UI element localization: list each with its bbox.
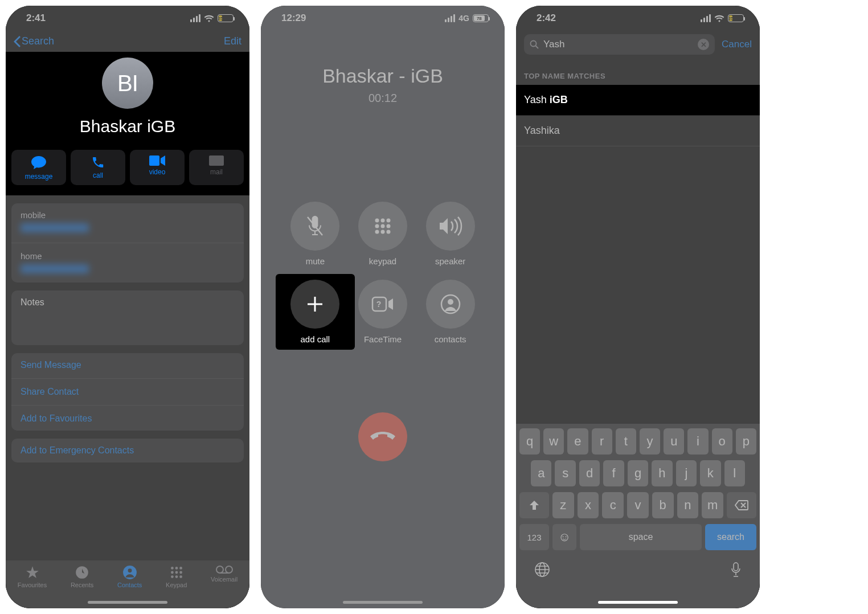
key-q[interactable]: q bbox=[519, 428, 540, 455]
search-icon bbox=[530, 40, 539, 49]
add-favourites-link[interactable]: Add to Favourites bbox=[21, 414, 235, 424]
add-call-button[interactable]: add call bbox=[288, 280, 342, 344]
message-button[interactable]: message bbox=[11, 150, 66, 185]
phone-icon bbox=[91, 155, 105, 169]
tab-voicemail[interactable]: Voicemail bbox=[211, 565, 238, 583]
key-o[interactable]: o bbox=[712, 428, 732, 455]
home-label: home bbox=[21, 251, 235, 261]
key-s[interactable]: s bbox=[555, 460, 575, 486]
key-n[interactable]: n bbox=[677, 492, 699, 518]
end-call-button[interactable] bbox=[358, 412, 407, 461]
home-indicator[interactable] bbox=[598, 601, 678, 604]
add-emergency-link[interactable]: Add to Emergency Contacts bbox=[21, 445, 235, 456]
tab-keypad[interactable]: Keypad bbox=[166, 565, 187, 588]
facetime-icon: ? bbox=[371, 296, 394, 312]
svg-point-2 bbox=[128, 568, 132, 572]
search-key[interactable]: search bbox=[705, 524, 756, 550]
key-b[interactable]: b bbox=[652, 492, 674, 518]
search-result[interactable]: Yashika bbox=[516, 116, 760, 146]
key-x[interactable]: x bbox=[578, 492, 599, 518]
svg-point-24 bbox=[386, 230, 390, 234]
emoji-key[interactable]: ☺ bbox=[552, 524, 576, 550]
call-contact-name: Bhaskar - iGB bbox=[261, 65, 505, 87]
contacts-icon bbox=[440, 294, 461, 314]
cancel-button[interactable]: Cancel bbox=[722, 39, 752, 50]
facetime-label: FaceTime bbox=[364, 334, 402, 344]
phone-numbers-section[interactable]: mobile home bbox=[11, 203, 244, 283]
key-i[interactable]: i bbox=[687, 428, 708, 455]
key-f[interactable]: f bbox=[603, 460, 624, 486]
clear-search-button[interactable]: ✕ bbox=[698, 39, 709, 50]
status-bar: 12:29 4G 78 bbox=[261, 6, 505, 31]
space-key[interactable]: space bbox=[580, 524, 702, 550]
key-a[interactable]: a bbox=[531, 460, 551, 486]
backspace-key[interactable] bbox=[727, 492, 756, 518]
svg-point-6 bbox=[171, 571, 174, 574]
add-call-highlight: add call bbox=[276, 274, 355, 350]
facetime-button[interactable]: ? FaceTime bbox=[356, 280, 410, 344]
edit-button[interactable]: Edit bbox=[224, 35, 241, 47]
mobile-value-redacted bbox=[21, 223, 89, 232]
search-input[interactable] bbox=[543, 39, 693, 50]
key-z[interactable]: z bbox=[552, 492, 574, 518]
key-r[interactable]: r bbox=[592, 428, 612, 455]
speaker-button[interactable]: speaker bbox=[423, 202, 477, 266]
search-field[interactable]: ✕ bbox=[524, 34, 715, 55]
key-u[interactable]: u bbox=[664, 428, 684, 455]
shift-key[interactable] bbox=[519, 492, 549, 518]
key-y[interactable]: y bbox=[640, 428, 660, 455]
battery-icon: 25 bbox=[728, 14, 744, 22]
key-h[interactable]: h bbox=[652, 460, 672, 486]
share-contact-link[interactable]: Share Contact bbox=[21, 387, 235, 397]
key-g[interactable]: g bbox=[628, 460, 648, 486]
key-l[interactable]: l bbox=[724, 460, 745, 486]
mail-icon bbox=[209, 155, 224, 166]
contacts-button[interactable]: contacts bbox=[423, 280, 477, 344]
svg-point-21 bbox=[386, 224, 390, 228]
key-v[interactable]: v bbox=[627, 492, 649, 518]
key-k[interactable]: k bbox=[700, 460, 720, 486]
mail-label: mail bbox=[210, 168, 223, 176]
dictation-key[interactable] bbox=[730, 562, 742, 580]
hangup-icon bbox=[370, 432, 395, 442]
signal-icon bbox=[190, 14, 200, 22]
svg-point-28 bbox=[448, 299, 453, 305]
notes-section[interactable]: Notes bbox=[11, 290, 244, 345]
speaker-icon bbox=[439, 216, 462, 236]
svg-point-17 bbox=[380, 219, 384, 223]
globe-key[interactable] bbox=[534, 562, 550, 580]
svg-line-30 bbox=[536, 46, 539, 49]
speaker-label: speaker bbox=[435, 256, 465, 266]
video-icon bbox=[149, 155, 165, 166]
key-e[interactable]: e bbox=[567, 428, 588, 455]
status-bar: 2:42 25 bbox=[516, 6, 760, 31]
key-d[interactable]: d bbox=[579, 460, 600, 486]
plus-icon bbox=[305, 294, 325, 314]
key-t[interactable]: t bbox=[616, 428, 636, 455]
svg-point-13 bbox=[226, 566, 232, 573]
key-c[interactable]: c bbox=[602, 492, 624, 518]
key-p[interactable]: p bbox=[736, 428, 756, 455]
emergency-section: Add to Emergency Contacts bbox=[11, 439, 244, 462]
keypad-button[interactable]: keypad bbox=[356, 202, 410, 266]
back-button[interactable]: Search bbox=[14, 35, 54, 47]
key-m[interactable]: m bbox=[702, 492, 723, 518]
call-button[interactable]: call bbox=[71, 150, 125, 185]
search-result[interactable]: Yash iGB bbox=[516, 85, 760, 116]
home-indicator[interactable] bbox=[88, 601, 167, 604]
tab-favourites[interactable]: Favourites bbox=[18, 565, 47, 588]
key-w[interactable]: w bbox=[543, 428, 564, 455]
home-indicator[interactable] bbox=[343, 601, 423, 604]
svg-point-22 bbox=[375, 230, 379, 234]
send-message-link[interactable]: Send Message bbox=[21, 360, 235, 370]
numbers-key[interactable]: 123 bbox=[519, 524, 549, 550]
mute-button[interactable]: mute bbox=[288, 202, 342, 266]
mobile-label: mobile bbox=[21, 210, 235, 220]
tab-contacts[interactable]: Contacts bbox=[117, 565, 142, 588]
video-button[interactable]: video bbox=[130, 150, 185, 185]
phone-contact-search: 2:42 25 ✕ Cancel TOP NAME MATCHES Yash i… bbox=[516, 6, 760, 608]
tab-recents[interactable]: Recents bbox=[71, 565, 93, 588]
mail-button: mail bbox=[189, 150, 244, 185]
key-j[interactable]: j bbox=[676, 460, 697, 486]
call-label: call bbox=[93, 171, 103, 179]
